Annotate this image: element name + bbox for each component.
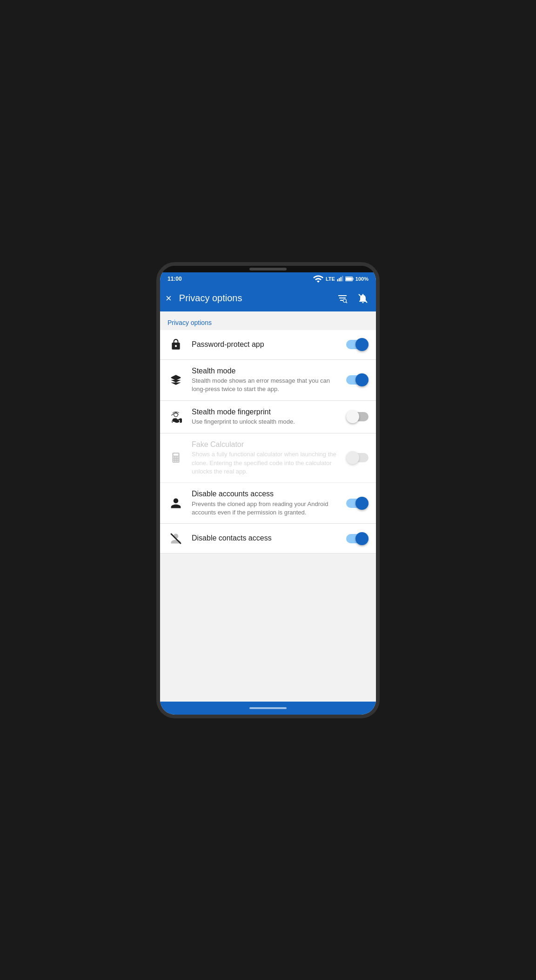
fake-calculator-subtitle: Shows a fully functional calculator when… xyxy=(192,450,339,476)
lock-icon-container xyxy=(168,338,184,351)
disable-contacts-text: Disable contacts access xyxy=(192,534,339,543)
fake-calculator-title: Fake Calculator xyxy=(192,440,339,450)
stealth-fingerprint-toggle[interactable] xyxy=(346,410,368,423)
content-area: Privacy options Password-protect app xyxy=(160,311,376,702)
fake-calculator-text: Fake Calculator Shows a fully functional… xyxy=(192,440,339,476)
fingerprint-icon xyxy=(170,411,182,423)
notch-bar xyxy=(160,266,376,272)
status-time: 11:00 xyxy=(168,276,182,282)
battery-text: 100% xyxy=(355,276,368,282)
signal-icon xyxy=(337,276,343,282)
app-bar: × Privacy options xyxy=(160,285,376,311)
disable-accounts-text: Disable accounts access Prevents the clo… xyxy=(192,489,339,517)
settings-list: Password-protect app xyxy=(160,330,376,554)
account-icon xyxy=(170,497,182,509)
stealth-mode-toggle[interactable] xyxy=(346,373,368,386)
svg-rect-2 xyxy=(340,277,341,281)
phone-screen: 11:00 LTE xyxy=(160,272,376,715)
settings-item-disable-accounts[interactable]: Disable accounts access Prevents the clo… xyxy=(160,483,376,524)
toggle-thumb xyxy=(346,410,359,423)
search-filter-button[interactable] xyxy=(335,291,350,306)
status-bar: 11:00 LTE xyxy=(160,272,376,285)
toggle-thumb xyxy=(355,532,368,545)
section-header: Privacy options xyxy=(160,311,376,330)
disable-accounts-toggle[interactable] xyxy=(346,497,368,510)
lock-icon xyxy=(170,338,182,351)
disable-contacts-toggle[interactable] xyxy=(346,532,368,545)
settings-item-disable-contacts[interactable]: Disable contacts access xyxy=(160,524,376,554)
stealth-mode-text: Stealth mode Stealth mode shows an error… xyxy=(192,366,339,394)
svg-rect-0 xyxy=(337,279,338,281)
notch xyxy=(249,268,287,270)
search-filter-icon xyxy=(337,293,348,304)
notification-off-icon xyxy=(357,293,368,304)
stealth-icon-container xyxy=(168,374,184,386)
bottom-bar xyxy=(160,702,376,715)
svg-line-9 xyxy=(346,302,348,303)
stealth-mode-subtitle: Stealth mode shows an error message that… xyxy=(192,377,339,393)
no-contact-icon-container xyxy=(168,533,184,545)
toggle-thumb xyxy=(355,497,368,510)
app-bar-icons xyxy=(335,291,370,306)
svg-rect-6 xyxy=(353,277,354,280)
battery-icon xyxy=(345,276,354,282)
home-indicator xyxy=(249,707,287,709)
wifi-icon xyxy=(313,273,324,284)
settings-item-fake-calculator[interactable]: Fake Calculator Shows a fully functional… xyxy=(160,433,376,483)
settings-item-password-protect[interactable]: Password-protect app xyxy=(160,330,376,360)
notification-button[interactable] xyxy=(355,291,370,306)
toggle-thumb xyxy=(355,373,368,386)
close-button[interactable]: × xyxy=(166,292,172,304)
lte-text: LTE xyxy=(326,276,335,282)
toggle-thumb xyxy=(346,451,359,464)
fingerprint-icon-container xyxy=(168,411,184,423)
stealth-fingerprint-subtitle: Use fingerprint to unlock stealth mode. xyxy=(192,418,339,426)
password-protect-title: Password-protect app xyxy=(192,340,339,350)
disable-contacts-title: Disable contacts access xyxy=(192,534,339,543)
svg-rect-3 xyxy=(342,276,343,281)
toggle-thumb xyxy=(355,338,368,351)
calculator-icon-container xyxy=(168,452,184,464)
no-contact-icon xyxy=(170,533,182,545)
disable-accounts-title: Disable accounts access xyxy=(192,489,339,499)
disable-accounts-subtitle: Prevents the cloned app from reading you… xyxy=(192,500,339,517)
calculator-icon xyxy=(170,452,182,464)
fake-calculator-toggle[interactable] xyxy=(346,451,368,464)
phone-frame: 11:00 LTE xyxy=(156,262,380,718)
password-protect-text: Password-protect app xyxy=(192,340,339,350)
settings-item-stealth-fingerprint[interactable]: Stealth mode fingerprint Use fingerprint… xyxy=(160,401,376,433)
stealth-fingerprint-text: Stealth mode fingerprint Use fingerprint… xyxy=(192,407,339,426)
svg-marker-11 xyxy=(171,375,181,380)
stealth-fingerprint-title: Stealth mode fingerprint xyxy=(192,407,339,417)
settings-item-stealth-mode[interactable]: Stealth mode Stealth mode shows an error… xyxy=(160,360,376,401)
status-right: LTE 100% xyxy=(313,273,368,284)
svg-rect-1 xyxy=(339,278,340,281)
svg-rect-5 xyxy=(346,277,352,280)
account-icon-container xyxy=(168,497,184,509)
stealth-icon xyxy=(170,374,182,386)
app-bar-title: Privacy options xyxy=(179,293,328,304)
stealth-mode-title: Stealth mode xyxy=(192,366,339,376)
password-protect-toggle[interactable] xyxy=(346,338,368,351)
